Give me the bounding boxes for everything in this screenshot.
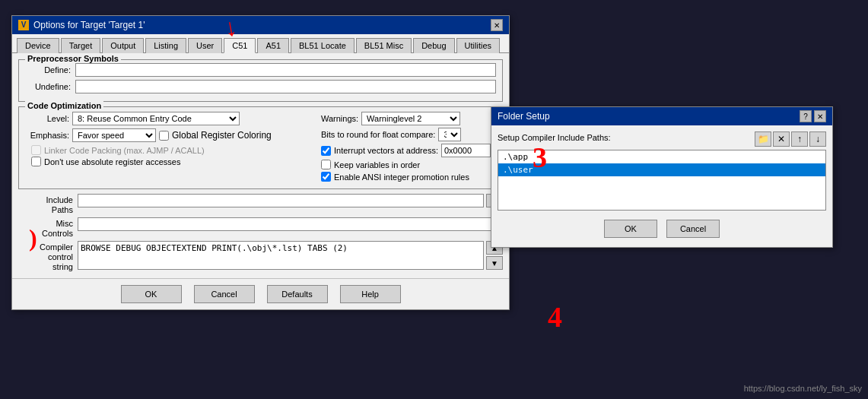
interrupt-row: Interrupt vectors at address: xyxy=(321,144,496,157)
tab-output[interactable]: Output xyxy=(102,38,144,53)
include-paths-label: Include Paths xyxy=(18,194,73,215)
global-reg-checkbox[interactable] xyxy=(159,131,169,141)
compiler-scroll-down[interactable]: ▼ xyxy=(486,256,503,270)
folder-section-label: Setup Compiler Include Paths: xyxy=(498,133,611,142)
folder-up-button[interactable]: ↑ xyxy=(791,131,808,147)
folder-dialog-buttons: OK Cancel xyxy=(498,217,826,241)
folder-list: .\app .\user xyxy=(498,150,826,211)
include-paths-row: Include Paths ... xyxy=(18,194,503,215)
tab-bl51-locate[interactable]: BL51 Locate xyxy=(291,38,355,53)
compiler-control-textarea[interactable] xyxy=(78,241,484,270)
main-ok-button[interactable]: OK xyxy=(121,285,182,303)
tab-bl51-misc[interactable]: BL51 Misc xyxy=(356,38,412,53)
tab-c51[interactable]: C51 xyxy=(224,38,256,53)
preprocessor-label: Preprocessor Symbols xyxy=(25,54,121,63)
folder-titlebar: Folder Setup ? ✕ xyxy=(491,107,832,125)
compiler-control-label: Compiler control string xyxy=(18,241,73,272)
compiler-control-input-row: ▲ ▼ xyxy=(78,241,503,270)
interrupt-label: Interrupt vectors at address: xyxy=(334,146,438,155)
folder-toolbar: 📁 ✕ ↑ ↓ xyxy=(755,131,826,147)
folder-ok-button[interactable]: OK xyxy=(604,220,657,238)
optimization-left: Level: 8: Reuse Common Entry Code Emphas… xyxy=(25,112,312,184)
tab-utilities[interactable]: Utilities xyxy=(456,38,500,53)
list-item[interactable]: .\user xyxy=(498,163,825,176)
misc-controls-input-row xyxy=(78,217,503,231)
misc-controls-input[interactable] xyxy=(78,217,503,231)
define-input[interactable] xyxy=(75,63,496,77)
undefine-input[interactable] xyxy=(75,80,496,93)
optimization-right: Warnings: Warninglevel 2 Bits to round f… xyxy=(321,112,496,184)
main-dialog: V Options for Target 'Target 1' ✕ Device… xyxy=(11,15,510,310)
folder-help-button[interactable]: ? xyxy=(800,110,812,122)
folder-section-header: Setup Compiler Include Paths: 📁 ✕ ↑ ↓ xyxy=(498,131,826,147)
warnings-label: Warnings: xyxy=(321,114,358,123)
misc-controls-label: Misc Controls xyxy=(18,217,73,239)
warnings-row: Warnings: Warninglevel 2 xyxy=(321,112,496,125)
folder-new-button[interactable]: 📁 xyxy=(755,131,771,147)
tab-target[interactable]: Target xyxy=(61,38,101,53)
tab-user[interactable]: User xyxy=(188,38,222,53)
dont-use-absolute-row: Don't use absolute register accesses xyxy=(31,157,312,166)
tab-device[interactable]: Device xyxy=(17,38,59,53)
linker-code-packing-row: Linker Code Packing (max. AJMP / ACALL) xyxy=(31,145,312,155)
compiler-control-row: Compiler control string ▲ ▼ xyxy=(18,241,503,272)
include-paths-input[interactable] xyxy=(78,194,484,207)
undefine-row: Undefine: xyxy=(25,80,496,93)
bits-row: Bits to round for float compare: 3 xyxy=(321,128,496,141)
keep-variables-checkbox[interactable] xyxy=(321,160,331,169)
level-label: Level: xyxy=(25,114,69,123)
main-dialog-title: Options for Target 'Target 1' xyxy=(33,20,145,30)
bits-select[interactable]: 3 xyxy=(438,128,461,141)
level-row: Level: 8: Reuse Common Entry Code xyxy=(25,112,312,125)
preprocessor-group: Preprocessor Symbols Define: Undefine: xyxy=(18,59,503,102)
emphasis-select[interactable]: Favor speed xyxy=(72,128,156,142)
main-defaults-button[interactable]: Defaults xyxy=(267,285,328,303)
emphasis-row: Emphasis: Favor speed Global Register Co… xyxy=(25,128,312,142)
define-label: Define: xyxy=(25,65,71,74)
misc-controls-row: Misc Controls xyxy=(18,217,503,239)
list-item[interactable]: .\app xyxy=(498,150,825,163)
main-close-button[interactable]: ✕ xyxy=(491,19,503,31)
dont-use-absolute-checkbox[interactable] xyxy=(31,157,41,166)
warnings-select[interactable]: Warninglevel 2 xyxy=(361,112,460,125)
tab-a51[interactable]: A51 xyxy=(257,38,289,53)
enable-ansi-checkbox[interactable] xyxy=(321,172,331,182)
folder-body: Setup Compiler Include Paths: 📁 ✕ ↑ ↓ .\… xyxy=(491,125,832,247)
folder-close-button[interactable]: ✕ xyxy=(814,110,826,122)
main-dialog-buttons: OK Cancel Defaults Help xyxy=(12,278,509,309)
code-optimization-group: Code Optimization Level: 8: Reuse Common… xyxy=(18,106,503,189)
folder-dialog: Folder Setup ? ✕ Setup Compiler Include … xyxy=(491,106,833,248)
folder-titlebar-buttons: ? ✕ xyxy=(800,110,826,122)
main-dialog-body: Preprocessor Symbols Define: Undefine: C… xyxy=(12,53,509,278)
folder-cancel-button[interactable]: Cancel xyxy=(666,220,720,238)
include-paths-input-row: ... xyxy=(78,194,503,207)
watermark: https://blog.csdn.net/ly_fish_sky xyxy=(744,384,862,393)
bottom-form: Include Paths ... Misc Controls Compiler… xyxy=(18,194,503,272)
linker-code-label: Linker Code Packing (max. AJMP / ACALL) xyxy=(44,146,205,155)
optimization-group-label: Code Optimization xyxy=(25,101,103,110)
enable-ansi-row: Enable ANSI integer promotion rules xyxy=(321,172,496,182)
main-titlebar: V Options for Target 'Target 1' ✕ xyxy=(12,16,509,34)
app-icon: V xyxy=(18,20,29,30)
tab-listing[interactable]: Listing xyxy=(145,38,186,53)
main-help-button[interactable]: Help xyxy=(340,285,401,303)
keep-variables-label: Keep variables in order xyxy=(334,160,420,169)
dont-use-absolute-label: Don't use absolute register accesses xyxy=(44,157,180,166)
main-cancel-button[interactable]: Cancel xyxy=(194,285,255,303)
bits-label: Bits to round for float compare: xyxy=(321,130,435,139)
interrupt-checkbox[interactable] xyxy=(321,146,331,156)
keep-variables-row: Keep variables in order xyxy=(321,160,496,169)
interrupt-address-input[interactable] xyxy=(441,144,491,157)
folder-down-button[interactable]: ↓ xyxy=(809,131,826,147)
emphasis-label: Emphasis: xyxy=(25,131,69,140)
folder-dialog-title: Folder Setup xyxy=(498,111,550,122)
undefine-label: Undefine: xyxy=(25,82,71,91)
tabs-bar: Device Target Output Listing User C51 A5… xyxy=(12,34,509,53)
folder-delete-button[interactable]: ✕ xyxy=(773,131,790,147)
level-select[interactable]: 8: Reuse Common Entry Code xyxy=(72,112,240,125)
tab-debug[interactable]: Debug xyxy=(413,38,454,53)
linker-code-checkbox[interactable] xyxy=(31,145,41,155)
annotation-number-4: 4 xyxy=(548,300,562,334)
define-row: Define: xyxy=(25,63,496,77)
enable-ansi-label: Enable ANSI integer promotion rules xyxy=(334,173,469,182)
